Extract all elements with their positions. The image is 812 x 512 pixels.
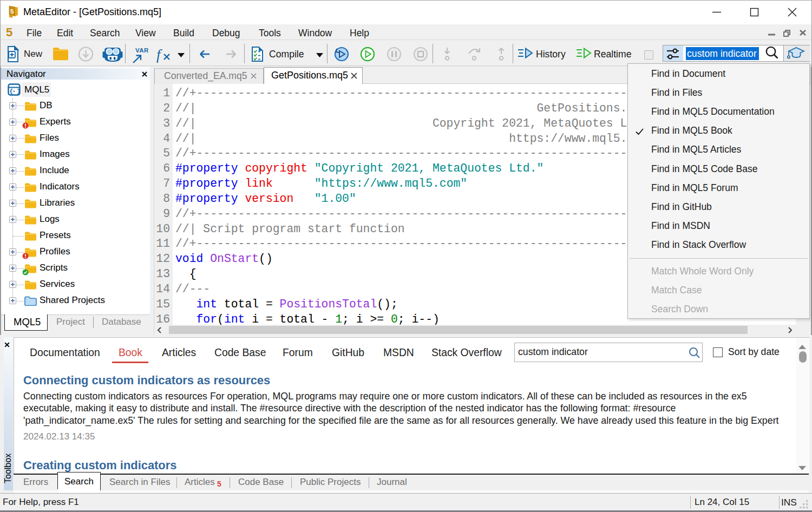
svg-text:f: f bbox=[156, 47, 162, 63]
svg-text:VAR: VAR bbox=[135, 47, 149, 54]
svg-text:{ }: { } bbox=[9, 88, 21, 95]
svg-text:5: 5 bbox=[10, 8, 14, 15]
